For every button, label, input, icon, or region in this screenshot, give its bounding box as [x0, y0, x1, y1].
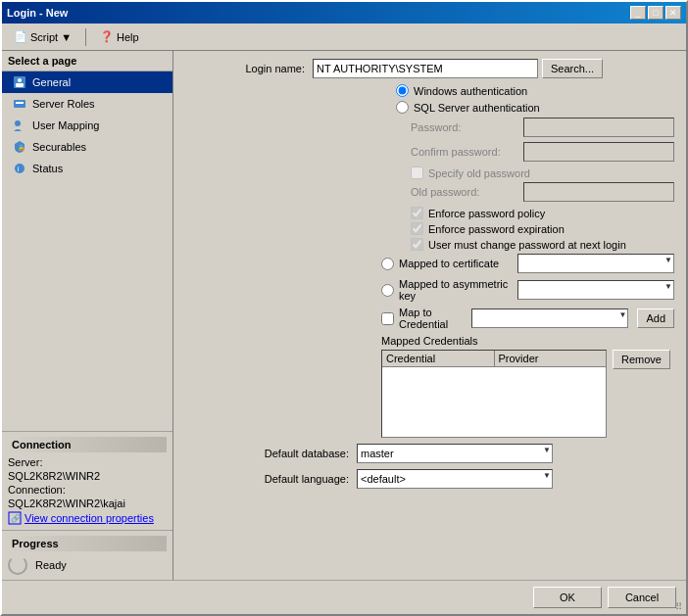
view-connection-properties-link[interactable]: 🔗 View connection properties [8, 511, 167, 525]
confirm-password-input[interactable] [523, 142, 674, 162]
sidebar-header: Select a page [2, 51, 172, 71]
map-credential-label: Map to Credential [399, 307, 467, 330]
user-must-change-checkbox[interactable] [411, 238, 423, 251]
svg-rect-4 [16, 102, 24, 104]
specify-old-password-checkbox[interactable] [411, 166, 423, 179]
credential-dropdown[interactable] [471, 308, 628, 328]
enforce-policy-row: Enforce password policy [185, 207, 674, 219]
maximize-button[interactable]: □ [648, 6, 663, 20]
help-icon: ❓ [100, 30, 114, 43]
mapped-asymmetric-row: Mapped to asymmetric key [185, 278, 674, 302]
search-button[interactable]: Search... [542, 59, 603, 78]
login-name-input[interactable] [313, 59, 538, 78]
mapped-credentials-label: Mapped Credentials [381, 335, 674, 347]
confirm-password-row: Confirm password: [185, 142, 674, 162]
user-must-change-label: User must change password at next login [428, 239, 626, 251]
form-area: Login name: Search... Windows authentica… [173, 51, 686, 580]
default-database-dropdown[interactable]: master [357, 444, 553, 463]
footer: OK Cancel [2, 580, 686, 614]
connection-link-icon: 🔗 [8, 511, 22, 525]
connection-value: SQL2K8R2\WINR2\kajai [8, 498, 167, 509]
login-name-row: Login name: Search... [185, 59, 674, 78]
windows-auth-radio[interactable] [396, 84, 409, 97]
specify-old-password-row: Specify old password [185, 166, 674, 179]
map-credential-checkbox[interactable] [381, 312, 394, 325]
mapped-certificate-radio[interactable] [381, 258, 394, 270]
add-credential-button[interactable]: Add [637, 308, 674, 328]
sidebar-items: General Server Roles User Mapping [2, 71, 172, 431]
enforce-policy-label: Enforce password policy [428, 208, 545, 219]
sql-auth-row: SQL Server authentication [185, 101, 674, 114]
default-language-dropdown[interactable]: <default> [357, 469, 553, 489]
help-button[interactable]: ❓ Help [93, 27, 146, 46]
map-credential-row: Map to Credential Add [185, 307, 674, 330]
svg-point-1 [18, 78, 22, 82]
enforce-expiration-checkbox[interactable] [411, 222, 423, 235]
svg-rect-2 [16, 83, 24, 87]
mapped-asymmetric-label: Mapped to asymmetric key [399, 278, 513, 302]
progress-section: Progress Ready [2, 530, 172, 580]
default-language-row: Default language: <default> [185, 469, 674, 489]
connection-label: Connection: [8, 484, 167, 496]
provider-col-header: Provider [495, 351, 607, 366]
close-button[interactable]: ✕ [665, 6, 681, 20]
ok-button[interactable]: OK [533, 587, 602, 608]
status-icon: i [12, 161, 27, 176]
server-roles-icon [12, 96, 27, 112]
sidebar-item-securables[interactable]: 🔒 Securables [2, 136, 172, 158]
default-language-wrapper: <default> [357, 469, 553, 489]
credentials-table: Credential Provider [381, 350, 607, 438]
user-must-change-row: User must change password at next login [185, 238, 674, 251]
password-input[interactable] [523, 118, 674, 137]
enforce-expiration-label: Enforce password expiration [428, 223, 565, 235]
svg-text:i: i [18, 165, 20, 173]
svg-point-5 [15, 120, 21, 126]
confirm-password-label: Confirm password: [411, 146, 523, 158]
script-button[interactable]: 📄 Script ▼ [7, 27, 78, 46]
credentials-header: Credential Provider [382, 351, 606, 367]
default-database-label: Default database: [185, 448, 357, 459]
certificate-dropdown[interactable] [517, 254, 674, 273]
script-dropdown-icon: ▼ [61, 31, 72, 43]
resize-handle[interactable]: ⠿ [670, 598, 686, 614]
asymmetric-dropdown-wrapper [517, 280, 674, 300]
windows-auth-label: Windows authentication [414, 85, 527, 97]
mapped-certificate-label: Mapped to certificate [399, 258, 513, 269]
sql-auth-radio[interactable] [396, 101, 409, 114]
window-title: Login - New [7, 7, 68, 19]
toolbar-separator [85, 28, 86, 46]
title-bar: Login - New _ □ ✕ [2, 2, 686, 24]
main-window: Login - New _ □ ✕ 📄 Script ▼ ❓ Help Sele… [0, 0, 688, 616]
server-value: SQL2K8R2\WINR2 [8, 470, 167, 482]
remove-credential-button[interactable]: Remove [613, 350, 670, 369]
server-label: Server: [8, 456, 167, 468]
minimize-button[interactable]: _ [630, 6, 646, 20]
general-icon [12, 74, 27, 90]
default-database-wrapper: master [357, 444, 553, 463]
sidebar-item-user-mapping[interactable]: User Mapping [2, 115, 172, 136]
credential-dropdown-wrapper [471, 308, 628, 328]
sidebar-item-server-roles[interactable]: Server Roles [2, 93, 172, 115]
connection-section: Connection Server: SQL2K8R2\WINR2 Connec… [2, 431, 172, 530]
login-name-label: Login name: [185, 63, 313, 74]
connection-title: Connection [8, 437, 167, 452]
windows-auth-row: Windows authentication [185, 84, 674, 97]
old-password-row: Old password: [185, 182, 674, 202]
default-language-label: Default language: [185, 473, 357, 485]
title-bar-buttons: _ □ ✕ [630, 6, 681, 20]
certificate-dropdown-wrapper [517, 254, 674, 273]
asymmetric-dropdown[interactable] [517, 280, 674, 300]
mapped-asymmetric-radio[interactable] [381, 284, 394, 297]
main-content: Select a page General Server Roles [2, 51, 686, 580]
enforce-policy-checkbox[interactable] [411, 207, 423, 219]
sidebar-item-general[interactable]: General [2, 71, 172, 93]
old-password-input[interactable] [523, 182, 674, 202]
sidebar-item-status[interactable]: i Status [2, 158, 172, 179]
sidebar: Select a page General Server Roles [2, 51, 173, 580]
cancel-button[interactable]: Cancel [608, 587, 676, 608]
mapped-certificate-row: Mapped to certificate [185, 254, 674, 273]
script-icon: 📄 [14, 30, 27, 43]
toolbar: 📄 Script ▼ ❓ Help [2, 24, 686, 51]
old-password-label: Old password: [411, 186, 523, 198]
progress-item: Ready [8, 555, 167, 575]
